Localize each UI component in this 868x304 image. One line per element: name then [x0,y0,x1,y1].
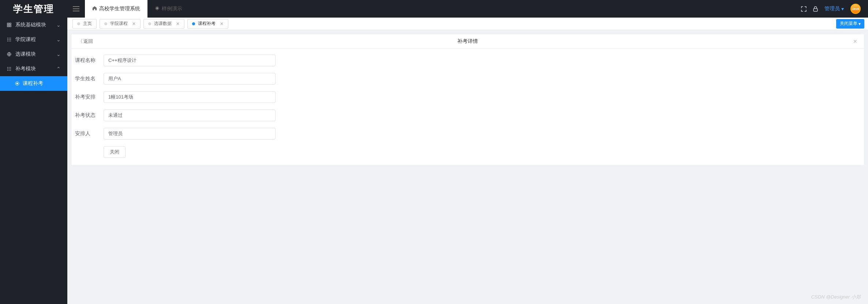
fullscreen-icon[interactable] [801,6,807,12]
top-tab-label: 高校学生管理系统 [99,5,140,12]
form-row-course: 课程名称 [75,55,860,66]
svg-point-14 [7,67,8,68]
close-menu-button[interactable]: 关闭菜单 ▾ [836,19,864,29]
svg-point-20 [7,70,8,71]
status-dot [77,22,80,25]
sidebar-subitem-course-retake[interactable]: 课程补考 [0,76,67,91]
detail-form: 课程名称 学生姓名 补考安排 补考状态 [71,49,864,164]
page-tab-label: 学院课程 [110,21,128,27]
svg-point-10 [7,41,8,41]
svg-point-15 [9,67,10,68]
svg-point-8 [9,39,10,40]
caret-down-icon: ▾ [841,6,844,12]
input-student[interactable] [104,73,276,85]
grid-icon [7,66,12,71]
close-icon[interactable]: ✕ [132,21,136,26]
back-button[interactable]: 〈 返回 [78,38,93,45]
svg-point-17 [7,68,8,69]
chevron-down-icon: ⌄ [56,51,61,57]
avatar[interactable]: JAVA [850,4,861,14]
sidebar-item-label: 选课模块 [15,51,36,58]
page-tab-label: 主页 [83,21,92,27]
close-icon[interactable]: ✕ [176,21,180,26]
sidebar-item-retake[interactable]: 补考模块 ⌃ [0,62,67,76]
hamburger-button[interactable] [67,0,85,18]
top-tab-label: 样例演示 [162,5,182,12]
app-logo: 学生管理 [0,0,67,18]
sidebar: 学生管理 系统基础模块 ⌄ 学院课程 ⌄ 选课模块 ⌄ 补考模块 ⌃ 课程补考 [0,0,67,304]
user-label: 管理员 [824,5,840,12]
chevron-down-icon: ⌄ [56,37,61,42]
status-dot [148,22,151,25]
page-tab-retake[interactable]: 课程补考 ✕ [187,19,228,29]
top-tab-system[interactable]: 高校学生管理系统 [85,0,147,18]
sidebar-item-label: 学院课程 [15,36,36,43]
input-arrange[interactable] [104,91,276,103]
close-icon[interactable]: ✕ [220,21,224,26]
sidebar-item-select[interactable]: 选课模块 ⌄ [0,47,67,62]
page-tab-home[interactable]: 主页 [72,19,97,29]
globe-icon [7,52,12,57]
svg-rect-28 [813,8,818,11]
svg-rect-0 [7,23,9,25]
page-tab-label: 课程补考 [198,21,216,27]
chevron-left-icon: 〈 [78,38,83,45]
chevron-up-icon: ⌃ [56,66,61,72]
svg-point-18 [9,68,10,69]
label-arranger: 安排人 [75,130,104,137]
svg-point-11 [9,41,10,41]
svg-point-21 [9,70,10,71]
svg-point-12 [10,41,11,41]
back-label: 返回 [83,38,93,45]
close-button[interactable]: 关闭 [104,146,126,158]
panel-title: 补考详情 [71,38,864,45]
sidebar-item-system[interactable]: 系统基础模块 ⌄ [0,18,67,32]
svg-point-6 [10,38,11,38]
panel-close-icon[interactable]: ✕ [853,38,857,44]
form-row-arranger: 安排人 [75,128,860,140]
svg-point-4 [7,38,8,38]
svg-point-9 [10,39,11,40]
home-icon [92,6,97,12]
sidebar-item-course[interactable]: 学院课程 ⌄ [0,32,67,47]
top-tab-demo[interactable]: 样例演示 [147,0,190,18]
watermark: CSDN @Designer 小郑 [811,294,861,300]
close-menu-label: 关闭菜单 [840,21,857,27]
page-tab-course[interactable]: 学院课程 ✕ [100,19,141,29]
page-tabs: 主页 学院课程 ✕ 选课数据 ✕ 课程补考 ✕ 关闭菜单 ▾ [67,18,868,30]
panel-head: 〈 返回 补考详情 ✕ [71,34,864,49]
svg-point-16 [10,67,11,68]
content: 〈 返回 补考详情 ✕ 课程名称 学生姓名 [67,30,868,304]
sparkle-icon [155,6,160,12]
page-tab-selectdata[interactable]: 选课数据 ✕ [143,19,184,29]
caret-down-icon: ▾ [858,21,861,26]
detail-panel: 〈 返回 补考详情 ✕ 课程名称 学生姓名 [71,34,864,166]
svg-point-22 [10,70,11,71]
label-arrange: 补考安排 [75,94,104,100]
label-status: 补考状态 [75,112,104,119]
page-tab-label: 选课数据 [154,21,172,27]
target-icon [15,81,20,86]
input-course[interactable] [104,55,276,66]
svg-rect-1 [10,23,11,25]
grid-icon [7,37,12,42]
sidebar-subitem-label: 课程补考 [23,80,43,87]
input-arranger[interactable] [104,128,276,140]
dashboard-icon [7,22,12,27]
status-dot [104,22,107,25]
label-student: 学生姓名 [75,75,104,82]
input-status[interactable] [104,110,276,121]
svg-point-24 [16,83,18,84]
svg-rect-2 [7,25,9,27]
form-row-status: 补考状态 [75,110,860,121]
form-row-student: 学生姓名 [75,73,860,85]
lock-icon[interactable] [813,6,818,12]
svg-point-7 [7,39,8,40]
sidebar-item-label: 补考模块 [15,66,36,72]
user-menu[interactable]: 管理员 ▾ [824,5,844,12]
svg-point-5 [9,38,10,38]
status-dot [192,22,195,25]
svg-rect-3 [10,25,11,27]
form-row-arrange: 补考安排 [75,91,860,103]
svg-point-19 [10,68,11,69]
